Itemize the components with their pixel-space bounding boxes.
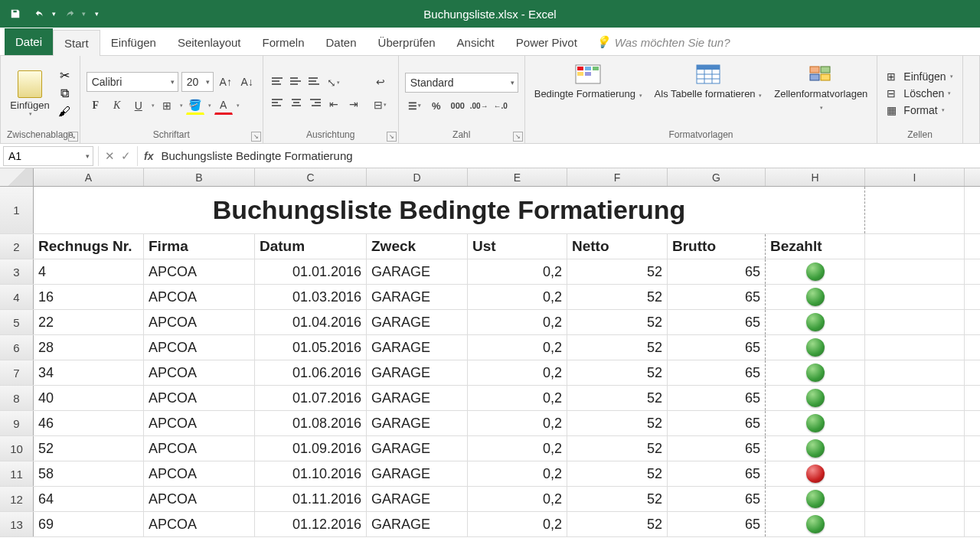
cell[interactable]: 65	[668, 436, 766, 461]
cell[interactable]	[865, 411, 965, 435]
number-dialog-launcher[interactable]: ↘	[513, 132, 523, 142]
merge-icon[interactable]: ⊟▾	[369, 96, 392, 114]
cell[interactable]	[766, 259, 865, 284]
cell[interactable]: GARAGE	[367, 335, 468, 360]
row-header-1[interactable]: 1	[0, 187, 34, 233]
row-header[interactable]: 3	[0, 259, 34, 284]
fill-color-icon[interactable]: 🪣	[186, 96, 204, 115]
row-header[interactable]: 5	[0, 310, 34, 334]
font-color-caret-icon[interactable]: ▾	[237, 103, 240, 109]
cell[interactable]: Firma	[144, 234, 255, 259]
cell[interactable]: APCOA	[144, 360, 255, 385]
align-left-icon[interactable]	[270, 95, 286, 110]
alignment-dialog-launcher[interactable]: ↘	[387, 132, 397, 142]
formula-input[interactable]: Buchungsliste Bedingte Formatierung	[153, 149, 980, 162]
conditional-formatting-button[interactable]: Bedingte Formatierung ▾	[531, 59, 645, 102]
tab-view[interactable]: Ansicht	[446, 30, 505, 55]
cell[interactable]	[766, 411, 865, 435]
percent-icon[interactable]: %	[426, 97, 446, 114]
undo-icon[interactable]	[29, 3, 51, 24]
tab-home[interactable]: Start	[53, 30, 100, 56]
cell[interactable]	[766, 386, 865, 410]
cell[interactable]: 01.07.2016	[255, 386, 367, 410]
cell[interactable]: 01.08.2016	[255, 411, 367, 435]
cell[interactable]: 0,2	[468, 411, 567, 435]
cell[interactable]: GARAGE	[367, 461, 468, 486]
col-header-A[interactable]: A	[34, 168, 144, 186]
cell[interactable]	[865, 310, 965, 334]
col-header-H[interactable]: H	[766, 168, 865, 186]
cell[interactable]: APCOA	[144, 259, 255, 284]
increase-decimal-icon[interactable]: .00→	[469, 97, 489, 114]
qat-customize-icon[interactable]: ▾	[95, 10, 99, 18]
copy-icon[interactable]: ⧉	[56, 85, 73, 102]
title-cell[interactable]: Buchungsliste Bedingte Formatierung	[34, 187, 865, 233]
cell[interactable]: 65	[668, 411, 766, 435]
font-dialog-launcher[interactable]: ↘	[251, 132, 261, 142]
cell[interactable]: 52	[567, 335, 668, 360]
cell[interactable]: Brutto	[668, 234, 766, 259]
cell[interactable]	[766, 360, 865, 385]
cell[interactable]: 65	[668, 487, 766, 511]
cell[interactable]: 4	[34, 259, 144, 284]
cell[interactable]: 65	[668, 259, 766, 284]
cell[interactable]: 0,2	[468, 436, 567, 461]
cell[interactable]	[865, 487, 965, 511]
col-header-C[interactable]: C	[255, 168, 367, 186]
increase-indent-icon[interactable]: ⇥	[345, 95, 363, 113]
cell[interactable]: APCOA	[144, 487, 255, 511]
col-header-F[interactable]: F	[567, 168, 668, 186]
number-format-combo[interactable]: Standard▾	[405, 73, 518, 93]
cell[interactable]: 34	[34, 360, 144, 385]
align-right-icon[interactable]	[306, 95, 323, 110]
cell[interactable]: 52	[567, 461, 668, 486]
cell[interactable]: 65	[668, 461, 766, 486]
bold-button[interactable]: F	[87, 96, 105, 115]
wrap-text-icon[interactable]: ↩	[369, 73, 392, 91]
cell[interactable]: 52	[567, 360, 668, 385]
cell[interactable]: GARAGE	[367, 285, 468, 309]
enter-formula-icon[interactable]: ✓	[121, 149, 131, 163]
cell[interactable]	[865, 461, 965, 486]
cell[interactable]: APCOA	[144, 285, 255, 309]
cell[interactable]: APCOA	[144, 512, 255, 536]
cell[interactable]: 01.05.2016	[255, 335, 367, 360]
fx-icon[interactable]: fx	[144, 150, 153, 162]
underline-caret-icon[interactable]: ▾	[152, 103, 155, 109]
cell[interactable]: Zweck	[367, 234, 468, 259]
cell[interactable]: GARAGE	[367, 310, 468, 334]
cell[interactable]: 0,2	[468, 335, 567, 360]
tell-me-search[interactable]: 💡 Was möchten Sie tun?	[588, 29, 738, 55]
cell[interactable]: 52	[567, 436, 668, 461]
cell[interactable]: 52	[567, 285, 668, 309]
insert-cells-button[interactable]: ⊞Einfügen ▾	[884, 69, 956, 84]
cell-styles-button[interactable]: Zellenformatvorlagen▾	[771, 59, 871, 113]
cell[interactable]: GARAGE	[367, 386, 468, 410]
cell[interactable]: 58	[34, 461, 144, 486]
cell[interactable]: 65	[668, 512, 766, 536]
italic-button[interactable]: K	[108, 96, 126, 115]
cell[interactable]: 52	[567, 386, 668, 410]
save-icon[interactable]	[5, 3, 26, 24]
cell[interactable]: 64	[34, 487, 144, 511]
cell[interactable]: GARAGE	[367, 512, 468, 536]
font-size-combo[interactable]: 20▾	[181, 72, 214, 92]
decrease-decimal-icon[interactable]: ←.0	[491, 97, 511, 114]
name-box[interactable]: A1▾	[3, 146, 93, 166]
col-header-I[interactable]: I	[865, 168, 965, 186]
cell[interactable]: APCOA	[144, 335, 255, 360]
cell[interactable]: 01.04.2016	[255, 310, 367, 334]
cell[interactable]: 65	[668, 285, 766, 309]
cell[interactable]	[766, 487, 865, 511]
decrease-font-icon[interactable]: A↓	[238, 73, 256, 91]
cancel-formula-icon[interactable]: ✕	[105, 149, 115, 163]
cell[interactable]: 69	[34, 512, 144, 536]
cell[interactable]: 01.01.2016	[255, 259, 367, 284]
cell[interactable]	[865, 234, 965, 259]
cell[interactable]: 28	[34, 335, 144, 360]
format-cells-button[interactable]: ▦Format ▾	[884, 103, 956, 118]
borders-caret-icon[interactable]: ▾	[180, 103, 183, 109]
cell[interactable]: 65	[668, 310, 766, 334]
cell[interactable]: 01.06.2016	[255, 360, 367, 385]
cell[interactable]: 0,2	[468, 461, 567, 486]
